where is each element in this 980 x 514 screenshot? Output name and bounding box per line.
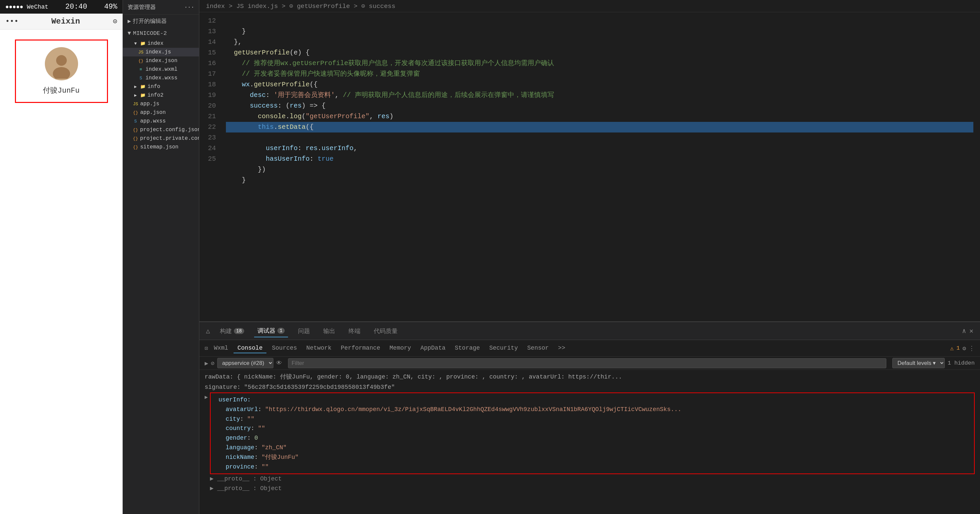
proto2-line[interactable]: ▶ __proto__ : Object bbox=[205, 484, 975, 493]
json-file-icon: {} bbox=[133, 136, 138, 141]
tab-code-quality[interactable]: 代码质量 bbox=[371, 325, 401, 337]
debugger-badge: 1 bbox=[277, 328, 285, 334]
tab-more[interactable]: >> bbox=[554, 343, 570, 353]
tree-item-index-json[interactable]: {} index.json bbox=[123, 56, 199, 65]
chevron-down-icon: ▼ bbox=[127, 30, 131, 36]
user-card[interactable]: 付骏JunFu bbox=[15, 40, 108, 103]
code-editor[interactable]: 12 13 14 15 16 17 18 19 20 21 22 23 24 2… bbox=[199, 12, 980, 321]
expand-icon[interactable]: ▶ bbox=[205, 394, 208, 400]
tab-output[interactable]: 输出 bbox=[320, 325, 339, 337]
console-filter-bar: ▶ ⊘ appservice (#28) 👁 Default levels ▾ … bbox=[199, 357, 980, 370]
tab-terminal[interactable]: 终端 bbox=[345, 325, 364, 337]
console-line: rawData: { nickName: 付骏JunFu, gender: 0,… bbox=[205, 372, 975, 382]
wxss-file-icon: S bbox=[133, 119, 138, 124]
explorer-title: 资源管理器 bbox=[127, 3, 156, 11]
gender-field: gender: 0 bbox=[215, 433, 970, 443]
tab-appdata[interactable]: AppData bbox=[416, 343, 449, 353]
folder-icon: 📁 bbox=[140, 41, 145, 46]
explorer-header: 资源管理器 ··· bbox=[123, 0, 199, 14]
js-file-icon: JS bbox=[138, 49, 143, 55]
open-editors-section[interactable]: ▶ 打开的编辑器 bbox=[123, 14, 199, 27]
explorer-actions[interactable]: ··· bbox=[184, 4, 194, 10]
close-icon[interactable]: ✕ bbox=[969, 327, 974, 335]
clear-icon[interactable]: ⊘ bbox=[211, 360, 215, 367]
chevron-up-icon[interactable]: △ bbox=[206, 327, 210, 335]
project-section[interactable]: ▼ MINICODE-2 bbox=[123, 27, 199, 39]
tab-issues[interactable]: 问题 bbox=[295, 325, 313, 337]
warning-icon: ⚠ bbox=[950, 345, 954, 352]
json-file-icon: {} bbox=[138, 58, 143, 63]
tab-security[interactable]: Security bbox=[485, 343, 522, 353]
devtools-panel: △ 构建 18 调试器 1 问题 输出 终端 代码质量 ∧ bbox=[199, 321, 980, 514]
tab-output-label: 输出 bbox=[323, 327, 335, 335]
breadcrumb-path: index > JS index.js > ⊙ getUserProfile >… bbox=[206, 2, 395, 10]
execute-icon[interactable]: ▶ bbox=[205, 360, 208, 367]
file-label: app.json bbox=[140, 109, 166, 116]
tab-performance[interactable]: Performance bbox=[337, 343, 384, 353]
file-label: app.wxss bbox=[140, 118, 166, 124]
tree-item-info-folder[interactable]: ▶ 📁 info bbox=[123, 82, 199, 91]
language-field: language: "zh_CN" bbox=[215, 443, 970, 452]
code-text[interactable]: } }, getUserProfile(e) { // 推荐使用wx.getUs… bbox=[219, 12, 980, 321]
tree-item-app-json[interactable]: {} app.json bbox=[123, 108, 199, 117]
tree-item-index-wxml[interactable]: ≡ index.wxml bbox=[123, 65, 199, 74]
tab-debugger[interactable]: 调试器 1 bbox=[254, 325, 288, 337]
phone-content: 付骏JunFu bbox=[0, 30, 123, 514]
file-label: sitemap.json bbox=[140, 144, 178, 150]
appservice-select[interactable]: appservice (#28) bbox=[217, 358, 274, 368]
signal-label: ●●●●● WeChat bbox=[5, 4, 48, 10]
record-icon[interactable]: ⊙ bbox=[113, 17, 117, 26]
folder-icon: 📁 bbox=[140, 93, 145, 98]
tab-sources[interactable]: Sources bbox=[268, 343, 301, 353]
tab-build[interactable]: 构建 18 bbox=[216, 325, 248, 337]
tree-item-sitemap[interactable]: {} sitemap.json bbox=[123, 143, 199, 151]
filter-input[interactable] bbox=[288, 358, 887, 368]
json-file-icon: {} bbox=[133, 127, 138, 132]
tree-item-index-wxss[interactable]: S index.wxss bbox=[123, 74, 199, 82]
tree-item-app-js[interactable]: JS app.js bbox=[123, 100, 199, 108]
tab-storage[interactable]: Storage bbox=[451, 343, 484, 353]
file-label: index.wxss bbox=[145, 75, 177, 81]
tree-item-app-wxss[interactable]: S app.wxss bbox=[123, 117, 199, 125]
chevron-up-icon2[interactable]: ∧ bbox=[962, 327, 966, 335]
eye-icon[interactable]: 👁 bbox=[276, 360, 282, 366]
tree-item-project-config[interactable]: {} project.config.json bbox=[123, 125, 199, 134]
settings-icon[interactable]: ⚙ bbox=[963, 345, 966, 352]
build-badge: 18 bbox=[234, 328, 244, 334]
json-file-icon: {} bbox=[133, 110, 138, 115]
chevron-right-icon: ▶ bbox=[127, 17, 131, 25]
dots-icon[interactable]: ••• bbox=[5, 17, 19, 25]
json-file-icon: {} bbox=[133, 144, 138, 150]
folder-label: info2 bbox=[148, 92, 164, 98]
tab-memory[interactable]: Memory bbox=[386, 343, 415, 353]
tree-item-info2-folder[interactable]: ▶ 📁 info2 bbox=[123, 91, 199, 100]
tab-network[interactable]: Network bbox=[302, 343, 336, 353]
tab-debugger-label: 调试器 bbox=[258, 327, 275, 335]
folder-label: index bbox=[148, 41, 164, 46]
tree-item-project-private[interactable]: {} project.private.config... bbox=[123, 134, 199, 143]
line-numbers: 12 13 14 15 16 17 18 19 20 21 22 23 24 2… bbox=[199, 12, 219, 321]
battery-label: 49% bbox=[104, 3, 117, 11]
user-info-object: userInfo: avatarUrl: "https://thirdwx.ql… bbox=[210, 392, 975, 474]
chevron-right-icon: ▶ bbox=[133, 93, 138, 98]
folder-label: info bbox=[148, 84, 160, 90]
breadcrumb: index > JS index.js > ⊙ getUserProfile >… bbox=[199, 0, 980, 12]
tab-wxml[interactable]: Wxml bbox=[210, 343, 232, 353]
city-field: city: "" bbox=[215, 414, 970, 424]
username-label: 付骏JunFu bbox=[43, 85, 80, 95]
proto1-line[interactable]: ▶ __proto__ : Object bbox=[205, 474, 975, 484]
svg-point-1 bbox=[56, 55, 67, 66]
tree-item-index-folder[interactable]: ▼ 📁 index bbox=[123, 39, 199, 48]
open-editors-label: 打开的编辑器 bbox=[133, 17, 167, 25]
phone-status-bar: ●●●●● WeChat 20:40 49% bbox=[0, 0, 123, 14]
nickname-field: nickName: "付骏JunFu" bbox=[215, 452, 970, 462]
console-line: signature: "56c28f3c5d163539f2259cbd1985… bbox=[205, 382, 975, 392]
tab-console[interactable]: Console bbox=[234, 343, 267, 353]
more-icon[interactable]: ⋮ bbox=[969, 345, 975, 352]
file-explorer: 资源管理器 ··· ▶ 打开的编辑器 ▼ MINICODE-2 ▼ 📁 inde… bbox=[123, 0, 199, 514]
tab-build-label: 构建 bbox=[220, 327, 232, 335]
console-icon[interactable]: ⊡ bbox=[205, 345, 208, 352]
tab-sensor[interactable]: Sensor bbox=[523, 343, 553, 353]
level-select[interactable]: Default levels ▾ bbox=[892, 358, 945, 368]
tree-item-index-js[interactable]: JS index.js bbox=[123, 48, 199, 56]
